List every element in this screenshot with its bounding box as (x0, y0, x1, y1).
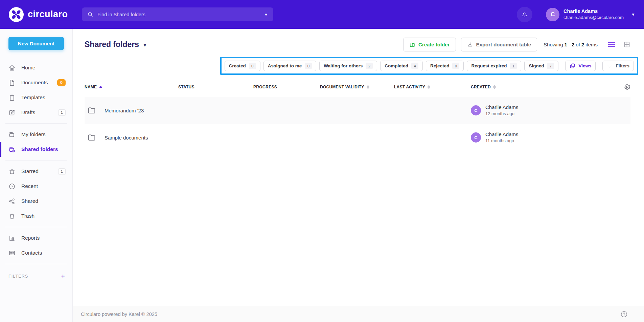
brand-logo-group[interactable]: circularo (9, 7, 70, 22)
gear-icon (624, 84, 630, 90)
sidebar-item-contacts[interactable]: Contacts (0, 245, 72, 260)
chip-signed[interactable]: Signed 7 (524, 61, 558, 71)
list-view-icon (608, 41, 615, 48)
page-title-dropdown[interactable]: Shared folders ▼ (85, 40, 147, 49)
sidebar-item-starred[interactable]: Starred 1 (0, 164, 72, 179)
table-settings-button[interactable] (624, 84, 630, 90)
main-content: Shared folders ▼ Create folder Export do… (73, 29, 644, 322)
column-header-last-activity[interactable]: LAST ACTIVITY (394, 85, 471, 89)
search-bar[interactable]: ▼ (82, 7, 273, 21)
grid-view-button[interactable] (623, 41, 630, 48)
column-label: NAME (85, 85, 97, 89)
sidebar-item-my-folders[interactable]: My folders (0, 127, 72, 142)
sidebar-item-label: Shared (21, 198, 38, 204)
sort-icon (493, 85, 496, 89)
column-header-created[interactable]: CREATED (471, 85, 617, 89)
user-menu-caret-icon[interactable]: ▼ (631, 12, 635, 17)
chip-waiting-for-others[interactable]: Waiting for others 2 (319, 61, 377, 71)
sidebar-divider (5, 227, 67, 227)
sidebar-item-label: Shared folders (21, 146, 58, 152)
sort-ascending-icon (99, 86, 102, 88)
search-scope-caret-icon[interactable]: ▼ (264, 13, 268, 17)
chip-count: 1 (510, 63, 517, 69)
sidebar-item-recent[interactable]: Recent (0, 179, 72, 194)
chip-rejected[interactable]: Rejected 0 (426, 61, 464, 71)
chip-label: Waiting for others (324, 63, 363, 68)
sidebar-divider (5, 264, 67, 264)
sidebar-item-label: Drafts (21, 109, 35, 115)
trash-icon (8, 213, 16, 220)
bell-icon (521, 11, 528, 18)
page-title: Shared folders (85, 40, 139, 49)
sidebar-item-reports[interactable]: Reports (0, 231, 72, 245)
sidebar-item-shared-folders[interactable]: @ Shared folders (0, 142, 72, 157)
folder-name-cell[interactable]: Sample documents (85, 133, 178, 142)
sidebar-item-documents[interactable]: Documents 0 (0, 75, 72, 90)
clipboard-icon (8, 94, 16, 101)
views-button[interactable]: Views (565, 61, 596, 71)
column-header-name[interactable]: NAME (85, 85, 178, 89)
user-menu[interactable]: C Charlie Adams charlie.adams@circularo.… (546, 8, 635, 21)
user-info: Charlie Adams charlie.adams@circularo.co… (564, 8, 624, 20)
top-bar: circularo ▼ C Charlie Adams charlie.adam… (0, 0, 644, 29)
sidebar-item-label: My folders (21, 131, 46, 137)
chip-label: Request expired (471, 63, 507, 68)
chip-label: Created (229, 63, 246, 68)
chip-label: Completed (385, 63, 408, 68)
sidebar-divider (5, 123, 67, 124)
sidebar-item-templates[interactable]: Templates (0, 90, 72, 105)
list-view-button[interactable] (608, 41, 615, 48)
content-header: Shared folders ▼ Create folder Export do… (85, 38, 630, 51)
column-header-progress[interactable]: PROGRESS (253, 85, 320, 89)
create-folder-button[interactable]: Create folder (403, 38, 456, 51)
sidebar-item-trash[interactable]: Trash (0, 209, 72, 223)
sidebar-item-label: Templates (21, 94, 45, 101)
shared-folders-icon: @ (8, 146, 16, 153)
star-icon (8, 168, 16, 175)
chip-count: 2 (366, 63, 373, 69)
documents-count-badge: 0 (57, 79, 66, 86)
chip-created[interactable]: Created 0 (225, 61, 260, 71)
filters-label: Filters (616, 63, 629, 68)
column-header-status[interactable]: STATUS (178, 85, 253, 89)
showing-items-status: Showing1-2of2items (544, 42, 599, 47)
chip-assigned-to-me[interactable]: Assigned to me 0 (263, 61, 317, 71)
download-icon (467, 42, 473, 48)
folders-icon (8, 131, 16, 138)
new-document-button[interactable]: New Document (8, 37, 64, 50)
user-name: Charlie Adams (564, 8, 624, 15)
sidebar-item-home[interactable]: Home (0, 60, 72, 75)
add-filter-button[interactable]: + (61, 273, 65, 280)
created-cell: C Charlie Adams 12 months ago (471, 104, 617, 117)
sidebar-item-label: Recent (21, 183, 38, 189)
notifications-button[interactable] (517, 7, 532, 22)
sort-icon (367, 85, 369, 89)
column-header-document-validity[interactable]: DOCUMENT VALIDITY (320, 85, 394, 89)
folder-name-cell[interactable]: Memorandum '23 (85, 106, 178, 115)
creator-info: Charlie Adams 12 months ago (485, 104, 519, 117)
table-row[interactable]: Sample documents C Charlie Adams 11 mont… (85, 124, 630, 151)
app-window: circularo ▼ C Charlie Adams charlie.adam… (0, 0, 644, 322)
sidebar-item-drafts[interactable]: Drafts 1 (0, 105, 72, 120)
column-label: STATUS (178, 85, 194, 89)
question-mark-icon (620, 310, 628, 318)
column-label: CREATED (471, 85, 491, 89)
chip-count: 0 (249, 63, 256, 69)
table-row[interactable]: Memorandum '23 C Charlie Adams 12 months… (85, 97, 630, 124)
help-button[interactable] (620, 310, 628, 318)
export-label: Export document table (476, 42, 531, 47)
folder-plus-icon (409, 42, 415, 48)
circularo-logo-icon (9, 7, 24, 22)
chip-request-expired[interactable]: Request expired 1 (467, 61, 521, 71)
filters-button[interactable]: Filters (602, 61, 634, 71)
folder-list: Memorandum '23 C Charlie Adams 12 months… (85, 97, 630, 151)
topbar-right-group: C Charlie Adams charlie.adams@circularo.… (517, 7, 635, 22)
creator-name: Charlie Adams (485, 131, 519, 138)
sidebar-item-shared[interactable]: Shared (0, 194, 72, 209)
export-document-table-button[interactable]: Export document table (461, 38, 537, 51)
view-toggle-group (608, 41, 630, 48)
user-avatar[interactable]: C (546, 8, 559, 21)
share-icon (8, 198, 16, 205)
search-input[interactable] (97, 12, 261, 17)
chip-completed[interactable]: Completed 4 (380, 61, 423, 71)
